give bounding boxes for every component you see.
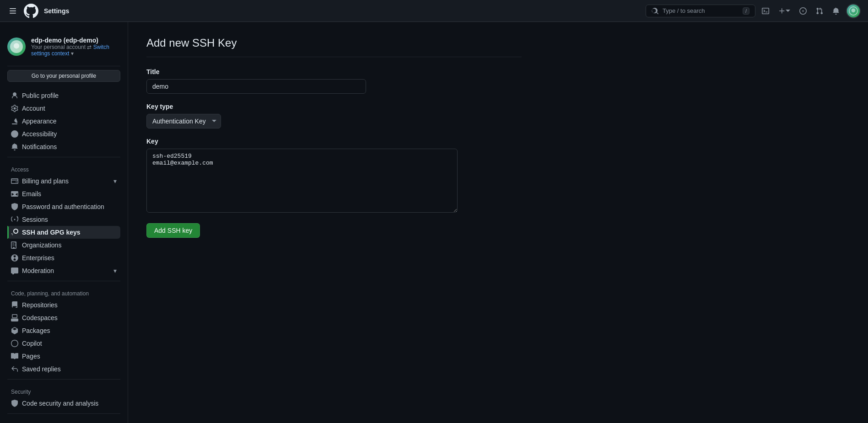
sidebar-item-label: Billing and plans <box>22 177 69 185</box>
sidebar-item-enterprises[interactable]: Enterprises <box>7 252 120 264</box>
profile-name: edp-demo (edp-demo) <box>31 37 120 44</box>
profile-section: edp-demo (edp-demo) Your personal accoun… <box>7 33 120 66</box>
sidebar-item-label: Appearance <box>22 118 57 125</box>
sidebar-item-label: Emails <box>22 190 41 198</box>
sidebar-item-label: Password and authentication <box>22 203 104 210</box>
sidebar-item-packages[interactable]: Packages <box>7 324 120 337</box>
sidebar-item-sessions[interactable]: Sessions <box>7 213 120 226</box>
gear-icon <box>11 105 18 112</box>
credit-card-icon <box>11 177 18 185</box>
sidebar-item-public-profile[interactable]: Public profile <box>7 89 120 102</box>
key-icon <box>11 229 18 236</box>
organization-icon <box>11 241 18 249</box>
access-section-label: Access <box>7 161 120 175</box>
sidebar-item-moderation[interactable]: Moderation ▾ <box>7 264 120 277</box>
key-type-select[interactable]: Authentication Key Signing Key <box>146 114 221 129</box>
sidebar-item-copilot[interactable]: Copilot <box>7 337 120 350</box>
sidebar-item-label: Codespaces <box>22 314 58 321</box>
shield-icon <box>11 400 18 407</box>
accessibility-icon <box>11 130 18 138</box>
key-type-group: Key type Authentication Key Signing Key <box>146 103 522 129</box>
paintbrush-icon <box>11 118 18 125</box>
sidebar-item-label: Account <box>22 105 45 112</box>
mail-icon <box>11 190 18 198</box>
notifications-button[interactable] <box>830 5 842 17</box>
sidebar-item-label: Accessibility <box>22 130 57 138</box>
title-group: Title <box>146 68 522 94</box>
terminal-button[interactable] <box>759 5 772 17</box>
sidebar-item-appearance[interactable]: Appearance <box>7 115 120 128</box>
security-section-label: Security <box>7 383 120 397</box>
copilot-icon <box>11 340 18 347</box>
sidebar-item-label: Moderation <box>22 267 54 274</box>
top-navigation: Settings Type / to search / <box>0 0 868 22</box>
search-placeholder: Type / to search <box>663 7 739 14</box>
sidebar-item-label: Organizations <box>22 241 61 249</box>
key-group: Key ssh-ed25519 email@example.com <box>146 138 522 214</box>
sidebar-item-repositories[interactable]: Repositories <box>7 299 120 311</box>
broadcast-icon <box>11 216 18 223</box>
person-icon <box>11 92 18 99</box>
sidebar-item-organizations[interactable]: Organizations <box>7 239 120 252</box>
globe-icon <box>11 254 18 262</box>
sidebar-item-emails[interactable]: Emails <box>7 187 120 200</box>
reply-icon <box>11 365 18 373</box>
search-shortcut: / <box>743 7 749 15</box>
sidebar-item-password[interactable]: Password and authentication <box>7 200 120 213</box>
github-logo[interactable] <box>24 4 38 18</box>
key-type-label: Key type <box>146 103 522 110</box>
sidebar-item-codespaces[interactable]: Codespaces <box>7 311 120 324</box>
search-bar[interactable]: Type / to search / <box>646 5 755 17</box>
hamburger-button[interactable] <box>7 5 18 16</box>
pages-icon <box>11 353 18 360</box>
go-to-profile-button[interactable]: Go to your personal profile <box>7 70 120 82</box>
title-input[interactable] <box>146 79 366 94</box>
sidebar-item-label: Packages <box>22 327 50 334</box>
sidebar-item-notifications[interactable]: Notifications <box>7 140 120 153</box>
sidebar-item-label: Copilot <box>22 340 42 347</box>
sidebar-item-label: Repositories <box>22 301 58 309</box>
key-textarea[interactable]: ssh-ed25519 email@example.com <box>146 149 458 213</box>
sidebar: edp-demo (edp-demo) Your personal accoun… <box>0 22 128 423</box>
plus-button[interactable] <box>776 5 793 17</box>
code-section-label: Code, planning, and automation <box>7 285 120 299</box>
sidebar-item-label: Sessions <box>22 216 48 223</box>
bell-icon <box>11 143 18 150</box>
user-avatar[interactable] <box>846 4 861 18</box>
key-label: Key <box>146 138 522 145</box>
chevron-down-icon: ▾ <box>113 177 117 185</box>
pullrequest-button[interactable] <box>813 5 826 17</box>
sidebar-item-label: Public profile <box>22 92 59 99</box>
sidebar-item-ssh-gpg[interactable]: SSH and GPG keys <box>7 226 120 239</box>
profile-sublabel: Your personal account ⇄ Switch settings … <box>31 44 120 57</box>
repo-icon <box>11 301 18 309</box>
title-label: Title <box>146 68 522 75</box>
sidebar-item-label: Enterprises <box>22 254 54 262</box>
sidebar-item-label: Pages <box>22 353 40 360</box>
sidebar-item-label: SSH and GPG keys <box>22 229 81 236</box>
sidebar-item-label: Saved replies <box>22 365 61 373</box>
form-title: Add new SSH Key <box>146 37 522 57</box>
comment-icon <box>11 267 18 274</box>
sidebar-item-label: Notifications <box>22 143 57 150</box>
chevron-down-icon: ▾ <box>113 267 117 274</box>
sidebar-item-billing[interactable]: Billing and plans ▾ <box>7 175 120 187</box>
sidebar-item-account[interactable]: Account <box>7 102 120 115</box>
sidebar-item-accessibility[interactable]: Accessibility <box>7 128 120 140</box>
package-icon <box>11 327 18 334</box>
sidebar-avatar <box>7 37 26 56</box>
sidebar-item-pages[interactable]: Pages <box>7 350 120 363</box>
issues-button[interactable] <box>797 5 809 17</box>
integrations-section-label: Integrations <box>7 418 120 423</box>
add-ssh-key-button[interactable]: Add SSH key <box>146 223 200 238</box>
main-content: Add new SSH Key Title Key type Authentic… <box>128 22 540 423</box>
codespaces-icon <box>11 314 18 321</box>
sidebar-item-label: Code security and analysis <box>22 400 98 407</box>
sidebar-item-code-security[interactable]: Code security and analysis <box>7 397 120 410</box>
sidebar-item-saved-replies[interactable]: Saved replies <box>7 363 120 375</box>
shield-lock-icon <box>11 203 18 210</box>
settings-title: Settings <box>44 7 69 15</box>
